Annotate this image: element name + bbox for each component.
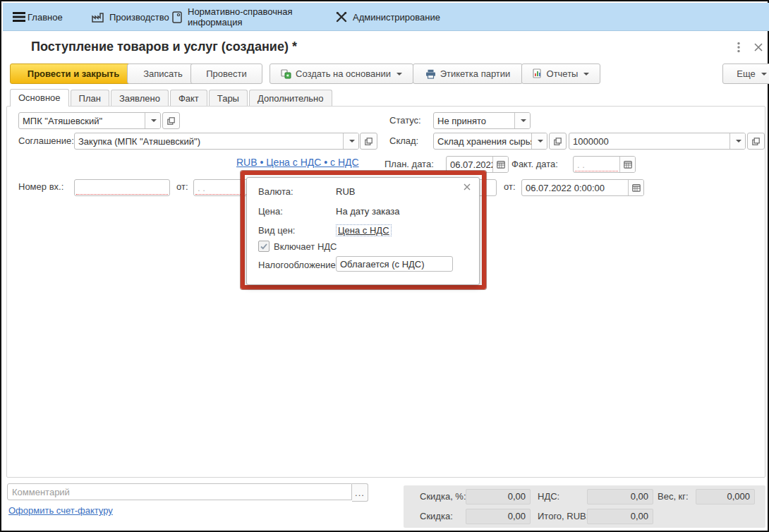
dropdown-button[interactable] bbox=[729, 133, 745, 149]
more-button[interactable]: Еще bbox=[722, 64, 769, 84]
chevron-down-icon bbox=[538, 140, 543, 143]
calendar-icon bbox=[497, 160, 505, 169]
chevron-down-icon bbox=[349, 140, 355, 143]
plan-date-value: 06.07.2022 bbox=[447, 157, 492, 172]
create-based-on-button[interactable]: Создать на основании bbox=[270, 64, 413, 84]
chevron-down-icon bbox=[521, 119, 526, 122]
plan-date-field[interactable]: 06.07.2022 bbox=[446, 156, 509, 173]
status-combo[interactable]: Не принято bbox=[433, 112, 531, 129]
tab-label: Заявлено bbox=[119, 93, 160, 104]
warehouse-section-combo[interactable]: 1000000 bbox=[569, 133, 746, 150]
reports-button[interactable]: Отчеты bbox=[521, 64, 600, 84]
currency-value: RUB bbox=[336, 186, 355, 197]
required-marker bbox=[76, 194, 168, 195]
tab-label: Основное bbox=[18, 92, 61, 103]
plan-date-label: План. дата: bbox=[384, 159, 434, 169]
tab-declared[interactable]: Заявлено bbox=[111, 90, 169, 107]
choose-from-list-icon bbox=[752, 138, 760, 145]
choose-from-list-icon bbox=[365, 138, 373, 145]
warehouse-section-value: 1000000 bbox=[569, 133, 729, 149]
close-icon bbox=[754, 43, 763, 52]
dropdown-button[interactable] bbox=[145, 113, 160, 128]
comment-input[interactable] bbox=[7, 483, 352, 500]
tab-fact[interactable]: Факт bbox=[170, 90, 207, 107]
post-button[interactable]: Провести bbox=[190, 64, 262, 84]
currency-label: Валюта: bbox=[258, 186, 293, 197]
button-label: Записать bbox=[143, 68, 183, 79]
agreement-combo[interactable]: Закупка (МПК "Атяшевский") bbox=[74, 133, 359, 150]
button-label: Еще bbox=[737, 68, 755, 79]
calendar-button[interactable] bbox=[619, 157, 635, 172]
main-menu-bar: Главное Производство Нормативно-справочн… bbox=[3, 3, 769, 31]
menu-item-production[interactable]: Производство bbox=[92, 3, 169, 31]
button-label: Провести и закрыть bbox=[28, 68, 119, 79]
warehouse-choose-button[interactable] bbox=[549, 133, 567, 150]
includes-vat-checkbox[interactable] bbox=[258, 241, 270, 252]
dropdown-button[interactable] bbox=[514, 113, 530, 128]
agreement-choose-button[interactable] bbox=[360, 133, 377, 150]
menu-item-reference-info[interactable]: Нормативно-справочная информация bbox=[172, 3, 315, 31]
tab-containers[interactable]: Тары bbox=[209, 90, 248, 107]
button-label: Провести bbox=[206, 68, 247, 79]
status-label: Статус: bbox=[389, 115, 421, 126]
tab-label: Факт bbox=[178, 93, 199, 104]
doc-date-field[interactable]: 06.07.2022 0:00:00 bbox=[521, 179, 644, 196]
tab-label: Тары bbox=[217, 93, 239, 104]
choose-from-list-icon bbox=[167, 117, 175, 125]
comment-row: ... bbox=[7, 483, 368, 502]
currency-price-vat-link[interactable]: RUB • Цена с НДС • с НДС bbox=[236, 157, 359, 168]
chevron-down-icon bbox=[396, 73, 402, 75]
printer-icon bbox=[425, 69, 436, 79]
weight-label: Вес, кг: bbox=[658, 491, 689, 502]
doc-date-label: от: bbox=[504, 181, 516, 192]
calendar-button[interactable] bbox=[492, 157, 508, 172]
tab-label: План bbox=[79, 93, 101, 104]
hamburger-menu-button[interactable] bbox=[13, 3, 25, 31]
supplier-choose-button[interactable] bbox=[162, 112, 180, 129]
report-chart-icon bbox=[533, 68, 543, 79]
taxation-input[interactable] bbox=[336, 256, 453, 272]
supplier-combo[interactable]: МПК "Атяшевский" bbox=[18, 112, 161, 129]
dropdown-button[interactable] bbox=[343, 133, 358, 149]
tab-plan[interactable]: План bbox=[71, 90, 109, 107]
menu-item-label: Производство bbox=[109, 12, 169, 23]
fact-date-field[interactable]: . . bbox=[573, 156, 636, 173]
warehouse-combo[interactable]: Склад хранения сырья bbox=[433, 133, 547, 150]
agreement-value: Закупка (МПК "Атяшевский") bbox=[75, 133, 343, 149]
discount-pct-label: Скидка, %: bbox=[420, 491, 466, 502]
dropdown-button[interactable] bbox=[531, 133, 547, 149]
chevron-down-icon bbox=[761, 73, 767, 75]
button-label: Этикетка партии bbox=[440, 68, 511, 79]
write-button[interactable]: Записать bbox=[127, 64, 199, 84]
close-window-button[interactable] bbox=[752, 41, 765, 54]
tab-additional[interactable]: Дополнительно bbox=[249, 90, 332, 107]
factory-icon bbox=[92, 12, 104, 23]
chevron-down-icon bbox=[583, 73, 589, 75]
tools-icon bbox=[336, 11, 347, 23]
warehouse-value: Склад хранения сырья bbox=[434, 133, 531, 149]
price-kind-link[interactable]: Цена с НДС bbox=[336, 224, 392, 236]
kebab-menu-button[interactable] bbox=[732, 41, 745, 54]
checkmark-icon bbox=[260, 243, 267, 250]
menu-item-label: Нормативно-справочная информация bbox=[188, 6, 315, 28]
menu-item-administration[interactable]: Администрирование bbox=[336, 3, 440, 31]
totals-panel: Скидка, %: 0,00 НДС: 0,00 Вес, кг: 0,000… bbox=[404, 485, 765, 528]
tab-main[interactable]: Основное bbox=[10, 89, 69, 107]
warehouse-label: Склад: bbox=[389, 135, 418, 146]
calendar-button[interactable] bbox=[628, 180, 643, 195]
price-label: Цена: bbox=[258, 206, 283, 217]
required-marker bbox=[575, 171, 618, 171]
batch-label-button[interactable]: Этикетка партии bbox=[413, 64, 523, 84]
document-icon bbox=[172, 11, 182, 23]
create-invoice-link[interactable]: Оформить счет-фактуру bbox=[8, 505, 113, 516]
popup-close-button[interactable] bbox=[462, 182, 472, 192]
discount-value: 0,00 bbox=[466, 509, 531, 524]
post-and-close-button[interactable]: Провести и закрыть bbox=[10, 64, 137, 84]
warehouse-section-choose-button[interactable] bbox=[747, 133, 765, 150]
comment-more-button[interactable]: ... bbox=[352, 483, 368, 502]
incoming-number-field[interactable] bbox=[74, 179, 170, 196]
vat-label: НДС: bbox=[538, 491, 559, 502]
create-based-icon bbox=[281, 69, 291, 79]
menu-item-main[interactable]: Главное bbox=[28, 3, 63, 31]
total-label: Итого, RUB: bbox=[538, 511, 588, 521]
